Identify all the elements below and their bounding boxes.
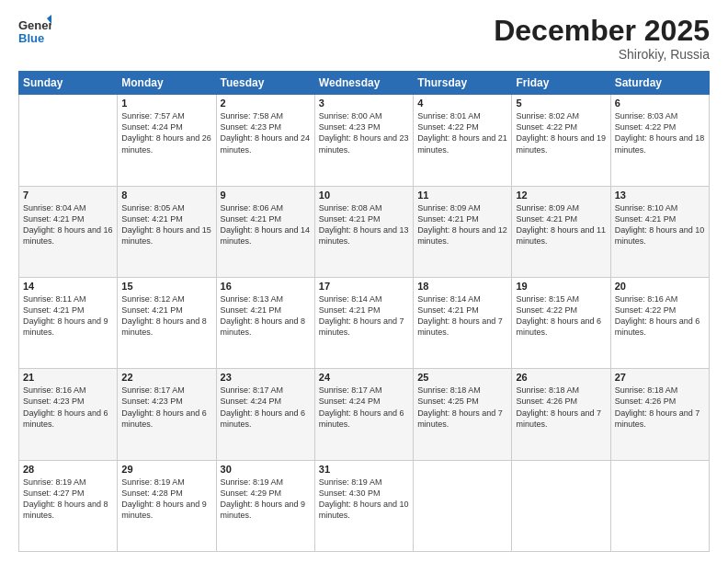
weekday-sunday: Sunday (19, 72, 118, 95)
day-number: 22 (121, 372, 211, 383)
day-number: 18 (417, 281, 507, 292)
cell-info: Sunrise: 8:17 AMSunset: 4:23 PMDaylight:… (121, 385, 207, 428)
day-number: 31 (319, 464, 409, 475)
calendar-cell: 24 Sunrise: 8:17 AMSunset: 4:24 PMDaylig… (314, 369, 413, 460)
day-number: 3 (319, 98, 409, 109)
svg-text:General: General (18, 18, 51, 32)
cell-info: Sunrise: 8:17 AMSunset: 4:24 PMDaylight:… (319, 385, 404, 428)
cell-info: Sunrise: 8:18 AMSunset: 4:26 PMDaylight:… (615, 385, 700, 428)
weekday-friday: Friday (512, 72, 610, 95)
cell-info: Sunrise: 8:06 AMSunset: 4:21 PMDaylight:… (221, 203, 311, 246)
day-number: 8 (121, 190, 211, 201)
location: Shirokiy, Russia (494, 47, 710, 62)
calendar-cell: 4 Sunrise: 8:01 AMSunset: 4:22 PMDayligh… (414, 95, 512, 186)
calendar-cell: 9 Sunrise: 8:06 AMSunset: 4:21 PMDayligh… (216, 186, 314, 277)
weekday-header-row: SundayMondayTuesdayWednesdayThursdayFrid… (19, 72, 710, 95)
cell-info: Sunrise: 8:19 AMSunset: 4:30 PMDaylight:… (319, 477, 409, 520)
calendar-cell: 7 Sunrise: 8:04 AMSunset: 4:21 PMDayligh… (19, 186, 118, 277)
cell-info: Sunrise: 8:16 AMSunset: 4:22 PMDaylight:… (615, 294, 700, 337)
svg-text:Blue: Blue (18, 31, 44, 45)
cell-info: Sunrise: 8:00 AMSunset: 4:23 PMDaylight:… (319, 111, 409, 154)
calendar-cell (610, 460, 709, 551)
cell-info: Sunrise: 8:11 AMSunset: 4:21 PMDaylight:… (23, 294, 108, 337)
calendar-cell: 20 Sunrise: 8:16 AMSunset: 4:22 PMDaylig… (610, 277, 709, 368)
cell-info: Sunrise: 8:19 AMSunset: 4:28 PMDaylight:… (121, 477, 207, 520)
calendar-cell: 26 Sunrise: 8:18 AMSunset: 4:26 PMDaylig… (512, 369, 610, 460)
calendar-cell: 19 Sunrise: 8:15 AMSunset: 4:22 PMDaylig… (512, 277, 610, 368)
day-number: 12 (516, 190, 606, 201)
calendar-page: General Blue December 2025 Shirokiy, Rus… (0, 0, 728, 563)
cell-info: Sunrise: 8:10 AMSunset: 4:21 PMDaylight:… (615, 203, 705, 246)
calendar-cell: 27 Sunrise: 8:18 AMSunset: 4:26 PMDaylig… (610, 369, 709, 460)
day-number: 5 (516, 98, 606, 109)
cell-info: Sunrise: 8:03 AMSunset: 4:22 PMDaylight:… (615, 111, 705, 154)
calendar-cell: 25 Sunrise: 8:18 AMSunset: 4:25 PMDaylig… (414, 369, 512, 460)
day-number: 4 (417, 98, 507, 109)
calendar-cell: 12 Sunrise: 8:09 AMSunset: 4:21 PMDaylig… (512, 186, 610, 277)
calendar-cell: 23 Sunrise: 8:17 AMSunset: 4:24 PMDaylig… (216, 369, 314, 460)
cell-info: Sunrise: 8:18 AMSunset: 4:25 PMDaylight:… (417, 385, 503, 428)
calendar-cell: 29 Sunrise: 8:19 AMSunset: 4:28 PMDaylig… (118, 460, 216, 551)
day-number: 28 (23, 464, 113, 475)
day-number: 27 (615, 372, 705, 383)
calendar-cell: 18 Sunrise: 8:14 AMSunset: 4:21 PMDaylig… (414, 277, 512, 368)
calendar-cell: 28 Sunrise: 8:19 AMSunset: 4:27 PMDaylig… (19, 460, 118, 551)
cell-info: Sunrise: 8:09 AMSunset: 4:21 PMDaylight:… (516, 203, 606, 246)
cell-info: Sunrise: 7:58 AMSunset: 4:23 PMDaylight:… (221, 111, 311, 154)
calendar-cell: 30 Sunrise: 8:19 AMSunset: 4:29 PMDaylig… (216, 460, 314, 551)
calendar-cell: 1 Sunrise: 7:57 AMSunset: 4:24 PMDayligh… (118, 95, 216, 186)
calendar-cell: 21 Sunrise: 8:16 AMSunset: 4:23 PMDaylig… (19, 369, 118, 460)
day-number: 10 (319, 190, 409, 201)
day-number: 25 (417, 372, 507, 383)
day-number: 16 (221, 281, 311, 292)
calendar-cell: 31 Sunrise: 8:19 AMSunset: 4:30 PMDaylig… (314, 460, 413, 551)
day-number: 17 (319, 281, 409, 292)
week-row-1: 1 Sunrise: 7:57 AMSunset: 4:24 PMDayligh… (19, 95, 710, 186)
cell-info: Sunrise: 8:14 AMSunset: 4:21 PMDaylight:… (417, 294, 503, 337)
calendar-cell: 22 Sunrise: 8:17 AMSunset: 4:23 PMDaylig… (118, 369, 216, 460)
week-row-3: 14 Sunrise: 8:11 AMSunset: 4:21 PMDaylig… (19, 277, 710, 368)
calendar-cell: 3 Sunrise: 8:00 AMSunset: 4:23 PMDayligh… (314, 95, 413, 186)
cell-info: Sunrise: 8:01 AMSunset: 4:22 PMDaylight:… (417, 111, 507, 154)
calendar-cell: 2 Sunrise: 7:58 AMSunset: 4:23 PMDayligh… (216, 95, 314, 186)
day-number: 14 (23, 281, 113, 292)
day-number: 23 (221, 372, 311, 383)
day-number: 29 (121, 464, 211, 475)
cell-info: Sunrise: 8:14 AMSunset: 4:21 PMDaylight:… (319, 294, 404, 337)
logo-svg: General Blue (18, 15, 51, 48)
day-number: 9 (221, 190, 311, 201)
logo: General Blue (18, 15, 51, 48)
cell-info: Sunrise: 8:04 AMSunset: 4:21 PMDaylight:… (23, 203, 113, 246)
calendar-table: SundayMondayTuesdayWednesdayThursdayFrid… (18, 71, 710, 552)
calendar-cell: 15 Sunrise: 8:12 AMSunset: 4:21 PMDaylig… (118, 277, 216, 368)
header: General Blue December 2025 Shirokiy, Rus… (18, 15, 710, 62)
title-block: December 2025 Shirokiy, Russia (494, 15, 710, 62)
week-row-2: 7 Sunrise: 8:04 AMSunset: 4:21 PMDayligh… (19, 186, 710, 277)
day-number: 21 (23, 372, 113, 383)
day-number: 11 (417, 190, 507, 201)
calendar-cell: 13 Sunrise: 8:10 AMSunset: 4:21 PMDaylig… (610, 186, 709, 277)
day-number: 19 (516, 281, 606, 292)
calendar-cell (19, 95, 118, 186)
day-number: 2 (221, 98, 311, 109)
day-number: 6 (615, 98, 705, 109)
cell-info: Sunrise: 7:57 AMSunset: 4:24 PMDaylight:… (121, 111, 211, 154)
day-number: 30 (221, 464, 311, 475)
calendar-cell (512, 460, 610, 551)
day-number: 15 (121, 281, 211, 292)
weekday-monday: Monday (118, 72, 216, 95)
calendar-cell: 17 Sunrise: 8:14 AMSunset: 4:21 PMDaylig… (314, 277, 413, 368)
cell-info: Sunrise: 8:13 AMSunset: 4:21 PMDaylight:… (221, 294, 306, 337)
weekday-thursday: Thursday (414, 72, 512, 95)
day-number: 7 (23, 190, 113, 201)
cell-info: Sunrise: 8:09 AMSunset: 4:21 PMDaylight:… (417, 203, 507, 246)
cell-info: Sunrise: 8:17 AMSunset: 4:24 PMDaylight:… (221, 385, 306, 428)
weekday-saturday: Saturday (610, 72, 709, 95)
day-number: 20 (615, 281, 705, 292)
cell-info: Sunrise: 8:12 AMSunset: 4:21 PMDaylight:… (121, 294, 207, 337)
month-title: December 2025 (494, 15, 710, 47)
calendar-cell: 5 Sunrise: 8:02 AMSunset: 4:22 PMDayligh… (512, 95, 610, 186)
calendar-body: 1 Sunrise: 7:57 AMSunset: 4:24 PMDayligh… (19, 95, 710, 552)
day-number: 13 (615, 190, 705, 201)
day-number: 1 (121, 98, 211, 109)
